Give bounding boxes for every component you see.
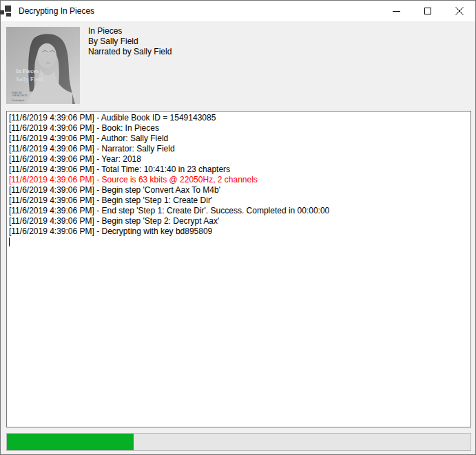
log-line: [11/6/2019 4:39:06 PM] - Decrypting with… bbox=[9, 226, 468, 237]
cover-title-text: In Pieces bbox=[16, 67, 39, 74]
log-line: [11/6/2019 4:39:06 PM] - Begin step 'Ste… bbox=[9, 195, 468, 206]
book-cover-image: In Pieces Sally Field READ BY THE AUTHOR… bbox=[6, 27, 80, 104]
text-caret bbox=[9, 237, 10, 246]
log-line: [11/6/2019 4:39:06 PM] - Year: 2018 bbox=[9, 154, 468, 165]
cover-theauthor-text: THE AUTHOR bbox=[12, 94, 28, 97]
book-title-label: In Pieces bbox=[88, 26, 172, 36]
log-line: [11/6/2019 4:39:06 PM] - Book: In Pieces bbox=[9, 123, 468, 134]
app-icon bbox=[1, 4, 12, 18]
log-line: [11/6/2019 4:39:06 PM] - Audible Book ID… bbox=[9, 113, 468, 123]
titlebar[interactable]: Decrypting In Pieces bbox=[1, 1, 475, 21]
progress-bar-fill bbox=[7, 434, 134, 450]
close-button[interactable] bbox=[444, 1, 475, 21]
log-line: [11/6/2019 4:39:06 PM] - End step 'Step … bbox=[9, 206, 468, 216]
cover-unabridged-text: Unabridged bbox=[12, 99, 24, 102]
book-narrator-label: Narrated by Sally Field bbox=[88, 47, 172, 57]
book-author-label: By Sally Field bbox=[88, 36, 172, 47]
maximize-button[interactable] bbox=[412, 1, 444, 21]
log-line: [11/6/2019 4:39:06 PM] - Narrator: Sally… bbox=[9, 144, 468, 154]
book-info: In Pieces By Sally Field Narrated by Sal… bbox=[88, 26, 172, 57]
app-window: Decrypting In Pieces bbox=[0, 0, 476, 455]
log-line: [11/6/2019 4:39:06 PM] - Total Time: 10:… bbox=[9, 165, 468, 175]
window-title: Decrypting In Pieces bbox=[19, 6, 94, 16]
cover-author-text: Sally Field bbox=[16, 76, 43, 83]
log-line: [11/6/2019 4:39:06 PM] - Author: Sally F… bbox=[9, 134, 468, 144]
cover-art: In Pieces Sally Field READ BY THE AUTHOR… bbox=[6, 27, 80, 104]
caption-buttons bbox=[380, 1, 475, 21]
log-line: [11/6/2019 4:39:06 PM] - Source is 63 kb… bbox=[9, 175, 468, 185]
log-line: [11/6/2019 4:39:06 PM] - Begin step 'Con… bbox=[9, 185, 468, 195]
maximize-icon bbox=[424, 8, 431, 14]
close-icon bbox=[455, 7, 464, 15]
log-line: [11/6/2019 4:39:06 PM] - Begin step 'Ste… bbox=[9, 216, 468, 226]
log-textbox[interactable]: [11/6/2019 4:39:06 PM] - Audible Book ID… bbox=[6, 111, 471, 427]
minimize-button[interactable] bbox=[380, 1, 412, 21]
minimize-icon bbox=[393, 11, 400, 12]
progress-bar bbox=[6, 433, 471, 451]
